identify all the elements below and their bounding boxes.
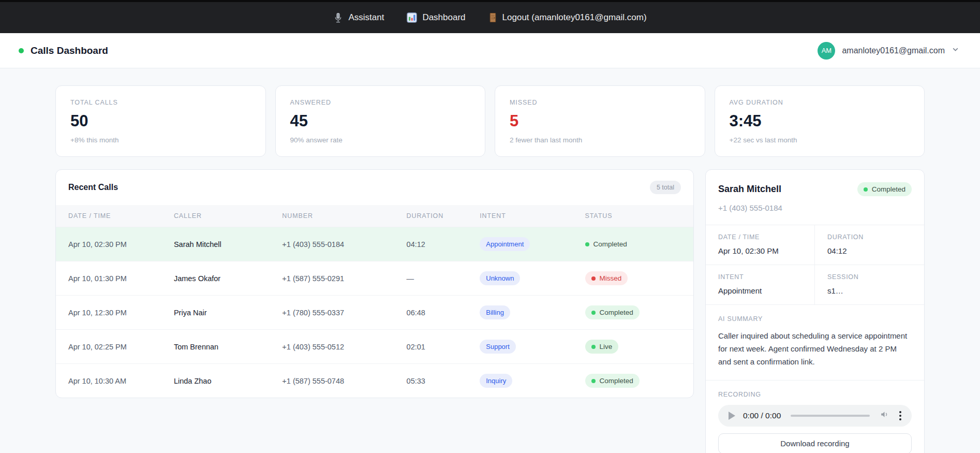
page-title: Calls Dashboard [31, 45, 108, 56]
cell-datetime: Apr 10, 02:30 PM [56, 227, 174, 261]
cell-caller: Linda Zhao [174, 364, 282, 398]
status-dot-icon [585, 242, 589, 246]
main-content: TOTAL CALLS 50 +8% this month ANSWERED 4… [55, 68, 925, 453]
intent-badge: Inquiry [480, 374, 512, 388]
table-row[interactable]: Apr 10, 10:30 AMLinda Zhao+1 (587) 555-0… [56, 364, 693, 398]
status-dot-icon [591, 311, 596, 315]
recent-calls-title: Recent Calls [68, 183, 118, 192]
calls-table: DATE / TIME CALLER NUMBER DURATION INTEN… [56, 205, 693, 398]
stat-card-missed: MISSED 5 2 fewer than last month [495, 85, 705, 157]
intent-badge: Support [480, 340, 516, 354]
stat-card-answered: ANSWERED 45 90% answer rate [275, 85, 486, 157]
table-row[interactable]: Apr 10, 02:30 PMSarah Mitchell+1 (403) 5… [56, 227, 693, 261]
cell-number: +1 (403) 555-0512 [282, 330, 406, 364]
field-intent: INTENT Appointment [706, 265, 815, 305]
stat-card-avg-duration: AVG DURATION 3:45 +22 sec vs last month [715, 85, 925, 157]
intent-badge: Unknown [480, 271, 520, 285]
cell-duration: 02:01 [407, 330, 480, 364]
status-badge: Completed [857, 182, 912, 196]
user-email: amanlotey0161@gmail.com [842, 46, 945, 55]
stat-subtext: +22 sec vs last month [730, 136, 910, 144]
stat-value: 45 [290, 112, 471, 130]
ai-summary-label: AI SUMMARY [718, 315, 912, 323]
user-menu[interactable]: AM amanlotey0161@gmail.com [818, 42, 959, 60]
download-recording-button[interactable]: Download recording [718, 433, 912, 453]
chevron-down-icon[interactable] [952, 46, 959, 55]
bar-chart-icon [407, 12, 417, 23]
status-badge: Live [585, 340, 619, 354]
cell-number: +1 (403) 555-0184 [282, 227, 406, 261]
cell-datetime: Apr 10, 12:30 PM [56, 296, 174, 330]
field-duration: DURATION 04:12 [815, 225, 924, 265]
table-row[interactable]: Apr 10, 12:30 PMPriya Nair+1 (780) 555-0… [56, 296, 693, 330]
stat-subtext: +8% this month [70, 136, 251, 144]
stat-label: MISSED [510, 99, 690, 106]
nav-item-dashboard[interactable]: Dashboard [407, 12, 465, 23]
status-dot-icon [864, 187, 868, 192]
status-badge: Missed [585, 271, 628, 285]
stat-value: 5 [510, 112, 690, 130]
col-header-intent: INTENT [480, 205, 585, 227]
status-badge: Completed [585, 374, 640, 388]
cell-caller: Sarah Mitchell [174, 227, 282, 261]
nav-item-logout[interactable]: Logout (amanlotey0161@gmail.com) [488, 12, 647, 23]
field-datetime: DATE / TIME Apr 10, 02:30 PM [706, 225, 815, 265]
detail-header: Sarah Mitchell Completed +1 (403) 555-01… [706, 170, 924, 225]
stats-row: TOTAL CALLS 50 +8% this month ANSWERED 4… [55, 85, 925, 157]
status-badge: Completed [585, 237, 633, 251]
play-icon[interactable] [729, 412, 735, 420]
table-row[interactable]: Apr 10, 02:25 PMTom Brennan+1 (403) 555-… [56, 330, 693, 364]
volume-icon[interactable] [880, 410, 889, 421]
status-dot-icon [591, 276, 596, 281]
stat-label: ANSWERED [290, 99, 471, 106]
recording-label: RECORDING [718, 391, 912, 398]
table-header-row: DATE / TIME CALLER NUMBER DURATION INTEN… [56, 205, 693, 227]
total-count-badge: 5 total [650, 181, 681, 194]
status-dot-icon [591, 379, 596, 383]
door-icon [488, 12, 497, 23]
cell-caller: Tom Brennan [174, 330, 282, 364]
nav-item-label: Logout (amanlotey0161@gmail.com) [502, 12, 647, 23]
stat-card-total-calls: TOTAL CALLS 50 +8% this month [55, 85, 266, 157]
status-dot-icon [19, 48, 24, 53]
cell-number: +1 (587) 555-0291 [282, 261, 406, 296]
caller-name: Sarah Mitchell [718, 184, 781, 195]
stat-subtext: 2 fewer than last month [510, 136, 690, 144]
status-dot-icon [591, 345, 596, 349]
stat-value: 50 [70, 112, 251, 130]
audio-player[interactable]: 0:00 / 0:00 [718, 405, 912, 427]
recent-calls-header: Recent Calls 5 total [56, 170, 693, 205]
call-detail-panel: Sarah Mitchell Completed +1 (403) 555-01… [705, 169, 925, 453]
cell-caller: James Okafor [174, 261, 282, 296]
page-header: Calls Dashboard AM amanlotey0161@gmail.c… [0, 33, 980, 68]
cell-duration: — [407, 261, 480, 296]
stat-subtext: 90% answer rate [290, 136, 471, 144]
intent-badge: Billing [480, 305, 510, 319]
col-header-duration: DURATION [407, 205, 480, 227]
audio-time: 0:00 / 0:00 [743, 411, 781, 420]
col-header-number: NUMBER [282, 205, 406, 227]
ai-summary-text: Caller inquired about scheduling a servi… [718, 329, 912, 369]
calls-table-body: Apr 10, 02:30 PMSarah Mitchell+1 (403) 5… [56, 227, 693, 398]
detail-fields-grid: DATE / TIME Apr 10, 02:30 PM DURATION 04… [706, 225, 924, 305]
status-badge: Completed [585, 305, 640, 319]
stat-value: 3:45 [730, 112, 910, 130]
stat-label: AVG DURATION [730, 99, 910, 106]
nav-item-assistant[interactable]: Assistant [333, 12, 384, 23]
audio-menu-icon[interactable] [897, 409, 903, 422]
col-header-caller: CALLER [174, 205, 282, 227]
ai-summary-section: AI SUMMARY Caller inquired about schedul… [706, 305, 924, 381]
field-session: SESSION s1… [815, 265, 924, 305]
col-header-status: STATUS [585, 205, 693, 227]
cell-caller: Priya Nair [174, 296, 282, 330]
avatar[interactable]: AM [818, 42, 835, 60]
cell-datetime: Apr 10, 01:30 PM [56, 261, 174, 296]
cell-datetime: Apr 10, 10:30 AM [56, 364, 174, 398]
audio-progress-bar[interactable] [791, 415, 870, 417]
table-row[interactable]: Apr 10, 01:30 PMJames Okafor+1 (587) 555… [56, 261, 693, 296]
caller-phone: +1 (403) 555-0184 [718, 203, 912, 212]
top-navbar: Assistant Dashboard Logout (amanlotey016… [0, 0, 980, 33]
col-header-datetime: DATE / TIME [56, 205, 174, 227]
cell-duration: 05:33 [407, 364, 480, 398]
nav-item-label: Dashboard [422, 12, 465, 23]
